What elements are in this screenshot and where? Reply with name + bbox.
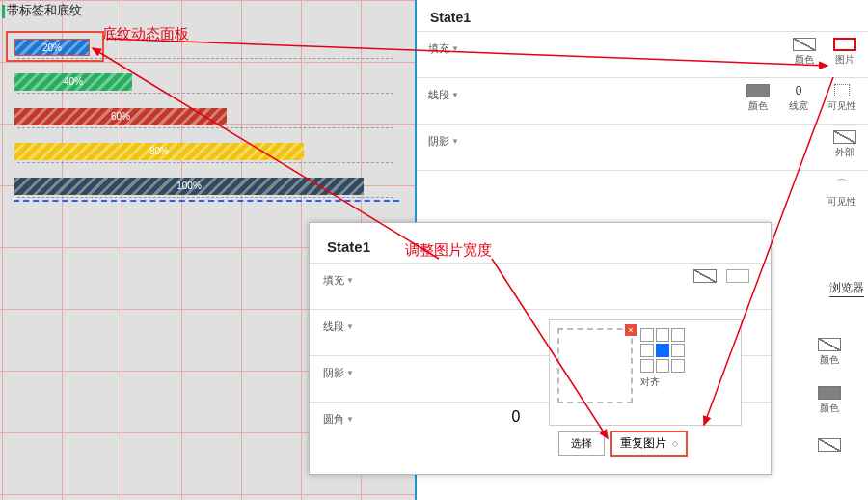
line-color-option[interactable]: 颜色 <box>746 84 770 113</box>
panel-state-title: State1 <box>417 0 868 31</box>
progress-bar-60[interactable]: 60% <box>14 108 227 125</box>
corner-value: 0 <box>512 408 521 427</box>
align-center[interactable] <box>656 344 669 357</box>
image-popup-panel: State1 填充▼ 线段▼ 阴影▼ 圆角▼ 0 × 对齐 选择 重复图片◇ <box>309 222 772 475</box>
repeat-image-dropdown[interactable]: 重复图片◇ <box>610 431 688 457</box>
annotation-box <box>6 31 104 62</box>
color-option[interactable]: 颜色 <box>791 386 868 415</box>
line-width-option[interactable]: 0线宽 <box>787 84 810 113</box>
annotation-2: 调整图片宽度 <box>405 241 492 260</box>
chevron-down-icon: ▼ <box>451 44 459 53</box>
progress-bar-40[interactable]: 40% <box>14 73 132 91</box>
progress-bar-80[interactable]: 80% <box>14 143 304 160</box>
line-row[interactable]: 线段▼ 颜色 0线宽 可见性 <box>417 77 868 124</box>
color-option[interactable]: 颜色 <box>791 338 868 367</box>
select-button[interactable]: 选择 <box>558 431 605 456</box>
guide-line <box>14 200 399 202</box>
delete-icon[interactable]: × <box>625 324 637 336</box>
image-subpanel: × 对齐 <box>549 319 742 426</box>
widget-title: 带标签和底纹 <box>2 2 82 19</box>
progress-bar-100[interactable]: 100% <box>14 178 364 195</box>
shadow-swatch[interactable] <box>791 438 868 452</box>
annotation-1: 底纹动态面板 <box>102 25 189 43</box>
line-visibility-option[interactable]: 可见性 <box>827 84 856 113</box>
browser-link[interactable]: 浏览器 <box>829 280 864 297</box>
visibility-icon <box>834 84 850 97</box>
shadow-outer-option[interactable]: 外部 <box>833 130 856 159</box>
fill-image-option[interactable]: 图片 <box>833 38 856 67</box>
corner-icon <box>836 177 848 193</box>
align-grid[interactable] <box>640 328 685 373</box>
fill-none-swatch[interactable] <box>693 269 717 283</box>
shadow-row[interactable]: 阴影▼ 外部 <box>417 124 868 170</box>
chevron-down-icon: ▼ <box>451 137 459 146</box>
fill-image-swatch[interactable] <box>726 269 749 283</box>
align-label: 对齐 <box>640 375 685 389</box>
image-dropzone[interactable]: × <box>557 328 633 403</box>
fill-color-option[interactable]: 颜色 <box>793 38 816 67</box>
chevron-icon: ◇ <box>672 439 678 448</box>
corner-row[interactable]: 可见性 <box>417 170 868 216</box>
corner-visibility-option[interactable]: 可见性 <box>827 177 856 208</box>
popup-fill-row[interactable]: 填充▼ <box>310 263 771 309</box>
fill-row[interactable]: 填充▼ 颜色 图片 <box>417 31 868 77</box>
chevron-down-icon: ▼ <box>451 91 459 99</box>
popup-state-title: State1 <box>310 223 771 263</box>
